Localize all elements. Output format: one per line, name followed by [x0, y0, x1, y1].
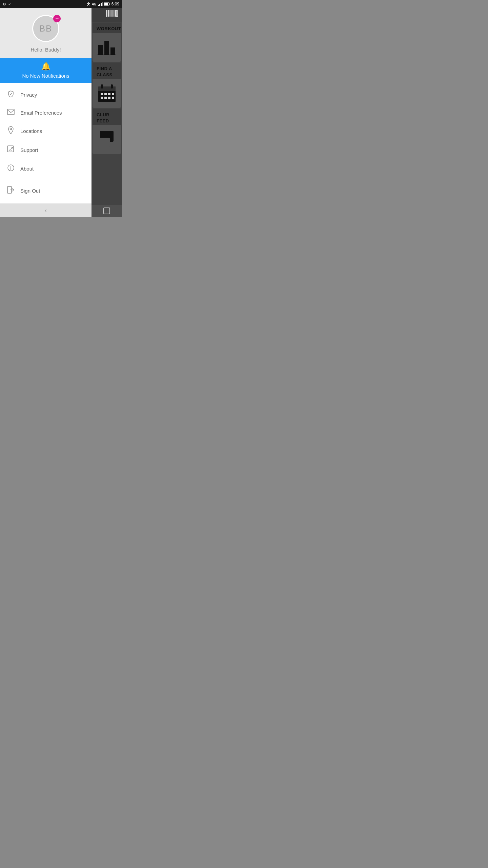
- club-feed-title: CLUB FEED: [97, 112, 109, 123]
- svg-rect-7: [7, 109, 14, 115]
- svg-rect-18: [111, 10, 111, 17]
- svg-rect-25: [117, 10, 118, 17]
- barcode-button[interactable]: [106, 10, 118, 20]
- find-class-card-body: [93, 79, 121, 108]
- status-right-icons: 4G 6:09: [86, 2, 119, 6]
- menu-list: Privacy Email Preferences: [0, 83, 92, 178]
- avatar-initials: BB: [39, 23, 53, 34]
- sign-out-button[interactable]: Sign Out: [0, 181, 92, 200]
- svg-rect-15: [108, 10, 109, 17]
- home-button[interactable]: [103, 208, 110, 214]
- task-icon: ✓: [8, 2, 11, 6]
- nav-bar: ‹: [0, 203, 92, 217]
- workouts-title: WORKOUTS: [97, 26, 121, 31]
- svg-rect-39: [104, 97, 107, 99]
- settings-icon: ⚙: [3, 2, 6, 6]
- club-feed-card-header: CLUB FEED: [93, 109, 121, 125]
- status-bar: ⚙ ✓ 4G 6:09: [0, 0, 122, 8]
- notification-bar[interactable]: 🔔 No New Notifications: [0, 58, 92, 83]
- svg-rect-32: [101, 84, 103, 88]
- svg-rect-21: [114, 10, 114, 17]
- menu-item-email[interactable]: Email Preferences: [0, 104, 92, 121]
- app-container: BB ✏ Hello, Buddy! 🔔 No New Notification…: [0, 8, 122, 217]
- svg-rect-34: [101, 93, 103, 95]
- svg-rect-16: [109, 10, 109, 17]
- svg-rect-37: [112, 93, 114, 95]
- support-label: Support: [20, 147, 38, 153]
- avatar-container: BB ✏: [32, 15, 59, 42]
- workouts-card-header: WORKOUTS: [93, 23, 121, 33]
- email-icon: [7, 109, 15, 117]
- svg-rect-31: [98, 86, 116, 91]
- chat-icon: [97, 130, 117, 149]
- svg-rect-2: [101, 3, 102, 6]
- svg-rect-17: [110, 10, 110, 17]
- svg-rect-1: [99, 4, 100, 6]
- club-feed-card[interactable]: CLUB FEED: [93, 109, 121, 154]
- svg-rect-38: [101, 97, 103, 99]
- workouts-card-body: [93, 33, 121, 62]
- svg-rect-22: [115, 10, 115, 17]
- about-label: About: [20, 166, 34, 172]
- privacy-label: Privacy: [20, 92, 37, 98]
- status-left-icons: ⚙ ✓: [3, 2, 11, 6]
- svg-rect-43: [98, 138, 110, 147]
- find-class-card-header: FIND A CLASS: [93, 63, 121, 79]
- menu-item-support[interactable]: Support: [0, 141, 92, 159]
- bell-icon: 🔔: [41, 62, 50, 71]
- svg-rect-40: [108, 97, 110, 99]
- menu-item-privacy[interactable]: Privacy: [0, 85, 92, 104]
- network-type-icon: 4G: [92, 2, 96, 6]
- svg-rect-6: [109, 3, 110, 5]
- svg-rect-41: [112, 97, 114, 99]
- sign-out-section: Sign Out: [0, 178, 92, 203]
- locations-label: Locations: [20, 128, 42, 134]
- svg-rect-5: [104, 3, 108, 5]
- svg-point-11: [11, 166, 11, 167]
- greeting-text: Hello, Buddy!: [30, 47, 61, 53]
- cards-container: WORKOUTS FIND A CLASS: [92, 22, 122, 205]
- status-time: 6:09: [111, 2, 119, 6]
- support-icon: [7, 145, 15, 155]
- edit-avatar-button[interactable]: ✏: [53, 15, 61, 22]
- drawer-header: BB ✏ Hello, Buddy!: [0, 8, 92, 58]
- svg-rect-23: [115, 10, 116, 17]
- find-class-title: FIND A CLASS: [97, 66, 113, 77]
- workouts-chart-icon: [97, 38, 117, 57]
- svg-rect-13: [106, 10, 107, 17]
- menu-item-locations[interactable]: Locations: [0, 121, 92, 141]
- top-bar: [92, 8, 122, 22]
- svg-rect-0: [98, 5, 99, 6]
- back-icon[interactable]: ‹: [45, 207, 47, 214]
- svg-rect-28: [110, 47, 115, 55]
- signal-icon: [98, 2, 103, 6]
- find-class-card[interactable]: FIND A CLASS: [93, 63, 121, 108]
- svg-rect-3: [102, 2, 103, 6]
- svg-rect-36: [108, 93, 110, 95]
- menu-item-about[interactable]: About: [0, 159, 92, 178]
- svg-rect-19: [111, 10, 113, 17]
- sign-out-icon: [7, 186, 15, 195]
- svg-rect-35: [104, 93, 107, 95]
- svg-rect-26: [98, 45, 103, 55]
- calendar-icon: [98, 84, 116, 103]
- svg-rect-20: [113, 10, 113, 17]
- workouts-card[interactable]: WORKOUTS: [93, 23, 121, 62]
- svg-point-8: [10, 128, 12, 130]
- email-label: Email Preferences: [20, 110, 62, 116]
- location-icon: [7, 126, 15, 136]
- battery-icon: [104, 2, 110, 6]
- barcode-icon: [106, 10, 118, 19]
- sign-out-label: Sign Out: [20, 188, 40, 194]
- bluetooth-icon: [86, 2, 90, 6]
- edit-icon: ✏: [56, 17, 59, 21]
- bottom-nav-bar: [92, 205, 122, 217]
- club-feed-card-body: [93, 125, 121, 154]
- svg-rect-27: [104, 41, 109, 55]
- notification-label: No New Notifications: [22, 73, 69, 79]
- drawer: BB ✏ Hello, Buddy! 🔔 No New Notification…: [0, 8, 92, 217]
- svg-rect-33: [111, 84, 113, 88]
- main-content: WORKOUTS FIND A CLASS: [92, 8, 122, 217]
- about-icon: [7, 164, 15, 173]
- privacy-icon: [7, 90, 15, 99]
